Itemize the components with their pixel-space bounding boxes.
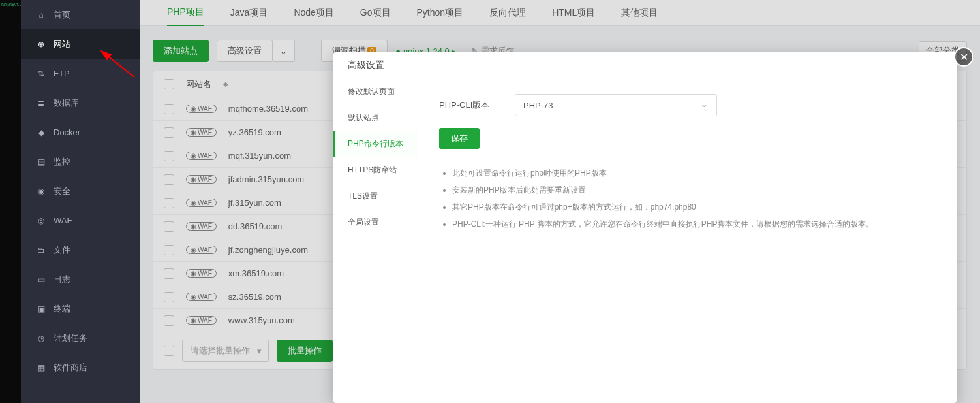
- sidebar-item-label: Docker: [54, 127, 80, 137]
- sidebar-item-logs[interactable]: ▭日志: [21, 265, 140, 294]
- sidebar-item-ftp[interactable]: ⇅FTP: [21, 59, 140, 88]
- sidebar-item-label: WAF: [54, 216, 72, 225]
- sidebar-item-database[interactable]: ≣数据库: [21, 88, 140, 118]
- shield-icon: ◉: [37, 187, 46, 196]
- docker-icon: ◆: [37, 128, 46, 137]
- sidebar-item-security[interactable]: ◉安全: [21, 176, 140, 206]
- mnav-default-page[interactable]: 修改默认页面: [333, 78, 418, 105]
- sidebar-item-label: FTP: [54, 69, 70, 78]
- save-button[interactable]: 保存: [439, 128, 480, 149]
- advanced-settings-modal: 高级设置 修改默认页面 默认站点 PHP命令行版本 HTTPS防窜站 TLS设置…: [333, 52, 957, 403]
- terminal-icon: ▣: [37, 304, 46, 314]
- sidebar-item-docker[interactable]: ◆Docker: [21, 118, 140, 147]
- sidebar-item-label: 软件商店: [54, 362, 87, 374]
- database-icon: ≣: [37, 99, 46, 108]
- sidebar-item-label: 首页: [54, 9, 70, 21]
- mnav-default-site[interactable]: 默认站点: [333, 105, 418, 131]
- php-cli-select[interactable]: PHP-73: [515, 94, 717, 116]
- sidebar-item-label: 安全: [54, 185, 70, 197]
- sidebar-item-label: 网站: [54, 39, 70, 50]
- sidebar-item-label: 文件: [54, 244, 70, 256]
- sidebar: ⌂首页 ⊕网站 ⇅FTP ≣数据库 ◆Docker ▤监控 ◉安全 ◎WAF 🗀…: [21, 0, 140, 403]
- globe-icon: ⊕: [37, 40, 46, 49]
- sidebar-item-terminal[interactable]: ▣终端: [21, 294, 140, 323]
- modal-title: 高级设置: [333, 52, 957, 78]
- help-item: 安装新的PHP版本后此处需要重新设置: [452, 182, 936, 199]
- sidebar-item-label: 监控: [54, 156, 70, 168]
- ftp-icon: ⇅: [37, 69, 46, 78]
- sidebar-item-monitor[interactable]: ▤监控: [21, 147, 140, 176]
- mnav-global[interactable]: 全局设置: [333, 209, 418, 235]
- sidebar-item-label: 日志: [54, 274, 70, 285]
- close-button[interactable]: ✕: [954, 47, 973, 67]
- sidebar-item-website[interactable]: ⊕网站: [21, 29, 140, 59]
- mnav-tls[interactable]: TLS设置: [333, 183, 418, 209]
- mnav-php-cli[interactable]: PHP命令行版本: [333, 131, 418, 157]
- close-icon: ✕: [960, 51, 968, 63]
- clock-icon: ◷: [37, 334, 46, 343]
- php-cli-label: PHP-CLI版本: [439, 99, 504, 111]
- sidebar-item-label: 终端: [54, 303, 70, 315]
- sidebar-item-home[interactable]: ⌂首页: [21, 0, 140, 29]
- log-icon: ▭: [37, 275, 46, 284]
- modal-nav: 修改默认页面 默认站点 PHP命令行版本 HTTPS防窜站 TLS设置 全局设置: [333, 78, 418, 403]
- left-code-strip: f\n{\n$\n.\n}\n/\n*\nv\np: [0, 0, 21, 403]
- help-item: 此处可设置命令行运行php时使用的PHP版本: [452, 165, 936, 182]
- mnav-https[interactable]: HTTPS防窜站: [333, 157, 418, 183]
- grid-icon: ▦: [37, 363, 46, 372]
- monitor-icon: ▤: [37, 157, 46, 167]
- folder-icon: 🗀: [37, 246, 46, 255]
- sidebar-item-label: 数据库: [54, 97, 79, 109]
- waf-icon: ◎: [37, 216, 46, 225]
- sidebar-item-waf[interactable]: ◎WAF: [21, 206, 140, 235]
- php-cli-value: PHP-73: [523, 101, 553, 110]
- modal-content: PHP-CLI版本 PHP-73 保存 此处可设置命令行运行php时使用的PHP…: [418, 78, 957, 403]
- help-list: 此处可设置命令行运行php时使用的PHP版本 安装新的PHP版本后此处需要重新设…: [439, 165, 936, 233]
- help-item: PHP-CLI:一种运行 PHP 脚本的方式，它允许您在命令行终端中直接执行PH…: [452, 216, 936, 233]
- home-icon: ⌂: [37, 10, 46, 20]
- sidebar-item-cron[interactable]: ◷计划任务: [21, 323, 140, 353]
- help-item: 其它PHP版本在命令行可通过php+版本的方式运行，如：php74,php80: [452, 199, 936, 216]
- sidebar-item-label: 计划任务: [54, 332, 87, 344]
- sidebar-item-store[interactable]: ▦软件商店: [21, 353, 140, 382]
- sidebar-item-files[interactable]: 🗀文件: [21, 235, 140, 265]
